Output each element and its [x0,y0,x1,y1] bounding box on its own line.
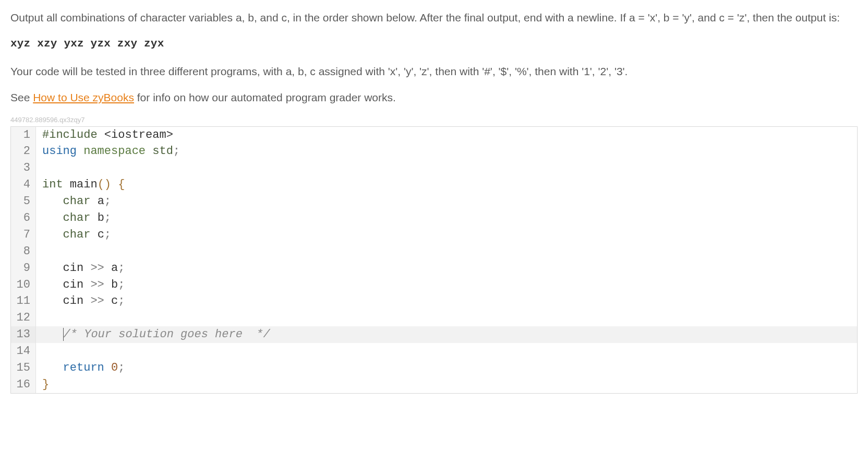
code-editor[interactable]: 1 #include <iostream> 2 using namespace … [10,126,858,394]
line-number: 2 [11,143,36,160]
line-number: 13 [11,326,36,343]
code-line[interactable]: 15 return 0; [11,360,857,376]
line-number: 9 [11,260,36,277]
token-return: return [63,361,104,374]
line-number: 4 [11,176,36,193]
code-line[interactable]: 1 #include <iostream> [11,127,857,144]
instruction-paragraph-2: Your code will be tested in three differ… [10,63,858,80]
token-char: char [63,195,91,208]
line-number: 14 [11,343,36,360]
line-number: 10 [11,277,36,293]
token-zero: 0 [111,361,118,374]
code-line[interactable]: 9 cin >> a; [11,260,857,277]
line-number: 5 [11,193,36,210]
code-line[interactable]: 16 } [11,376,857,393]
line-number: 3 [11,160,36,176]
token-int: int [42,178,63,191]
token-semicolon: ; [173,145,180,158]
code-line[interactable]: 12 [11,310,857,326]
code-line[interactable]: 11 cin >> c; [11,293,857,310]
code-line-highlighted[interactable]: 13 /* Your solution goes here */ [11,326,857,343]
line-number: 16 [11,376,36,393]
token-extract: >> [90,278,104,291]
token-using: using [42,145,77,158]
code-line[interactable]: 10 cin >> b; [11,277,857,293]
token-b: b [111,278,118,291]
line-number: 1 [11,127,36,144]
line-number: 6 [11,210,36,227]
code-line[interactable]: 2 using namespace std; [11,143,857,160]
code-line[interactable]: 7 char c; [11,227,857,243]
how-to-use-zybooks-link[interactable]: How to Use zyBooks [33,91,134,103]
token-char: char [63,228,91,241]
code-line[interactable]: 14 [11,343,857,360]
token-a: a [111,262,118,275]
solution-placeholder-comment: /* Your solution goes here */ [63,328,270,341]
token-b: b [98,211,104,224]
token-a: a [98,195,104,208]
token-iostream: <iostream> [104,128,173,141]
line-number: 11 [11,293,36,310]
instruction-paragraph-3: See How to Use zyBooks for info on how o… [10,89,858,106]
see-suffix: for info on how our automated program gr… [134,91,396,103]
token-cin: cin [63,262,84,275]
code-line[interactable]: 4 int main() { [11,176,857,193]
token-namespace: namespace [83,145,146,158]
code-line[interactable]: 8 [11,243,857,260]
line-number: 15 [11,360,36,376]
code-line[interactable]: 3 [11,160,857,176]
token-parens: () [98,178,111,191]
token-lbrace: { [118,178,125,191]
token-c: c [98,228,104,241]
token-char: char [63,211,91,224]
token-cin: cin [63,294,84,308]
instruction-paragraph-1: Output all combinations of character var… [10,9,858,26]
token-c: c [111,294,118,308]
sample-output: xyz xzy yxz yzx zxy zyx [10,36,858,52]
token-std: std [152,145,173,158]
exercise-hash: 449782.889596.qx3zqy7 [10,115,858,125]
token-rbrace: } [42,378,49,391]
token-cin: cin [63,278,84,291]
code-line[interactable]: 6 char b; [11,210,857,227]
see-prefix: See [10,91,33,103]
token-extract: >> [90,262,104,275]
token-extract: >> [90,294,104,308]
token-main: main [70,178,98,191]
token-include: #include [42,128,98,141]
code-line[interactable]: 5 char a; [11,193,857,210]
line-number: 12 [11,310,36,326]
line-number: 7 [11,227,36,243]
line-number: 8 [11,243,36,260]
